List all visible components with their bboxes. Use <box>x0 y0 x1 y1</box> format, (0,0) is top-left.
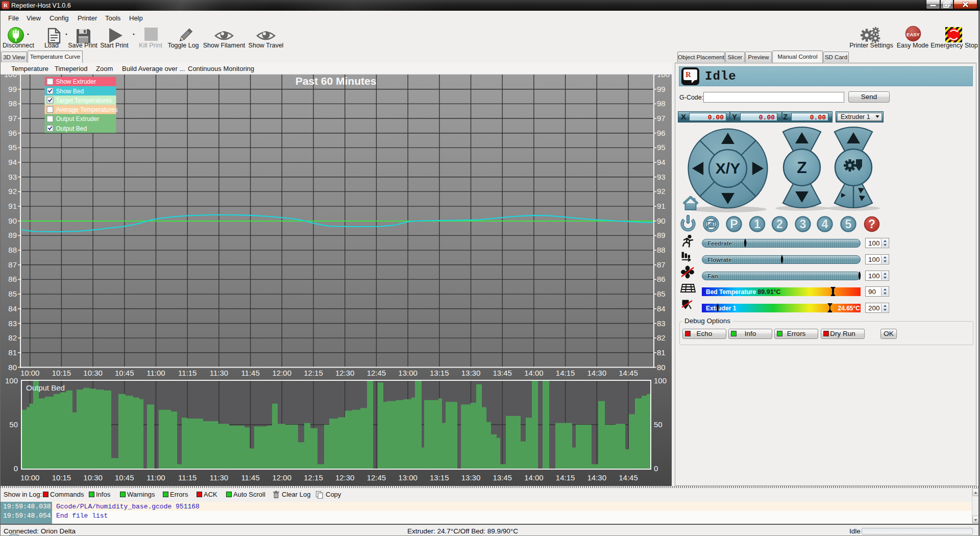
svg-text:99: 99 <box>8 85 17 93</box>
svg-text:83: 83 <box>8 319 17 328</box>
svg-text:10:30: 10:30 <box>83 369 103 377</box>
svg-text:2: 2 <box>776 217 783 231</box>
svg-text:12:00: 12:00 <box>273 473 292 482</box>
svg-text:80: 80 <box>8 363 17 372</box>
svg-text:Show Bed: Show Bed <box>56 88 84 95</box>
svg-text:11:30: 11:30 <box>210 369 228 377</box>
svg-text:88: 88 <box>8 246 17 254</box>
svg-text:Average Temperatures: Average Temperatures <box>56 106 118 113</box>
svg-text:98: 98 <box>657 99 666 108</box>
svg-text:96: 96 <box>657 129 666 137</box>
svg-text:91: 91 <box>8 202 17 210</box>
svg-text:94: 94 <box>8 158 17 166</box>
svg-text:83: 83 <box>657 319 666 328</box>
svg-text:86: 86 <box>657 275 666 283</box>
svg-text:Target Temperatures: Target Temperatures <box>56 97 112 104</box>
svg-text:Output Bed: Output Bed <box>26 383 65 392</box>
svg-text:100: 100 <box>4 75 17 79</box>
svg-text:50: 50 <box>9 420 18 429</box>
svg-text:14:00: 14:00 <box>524 473 544 482</box>
svg-text:86: 86 <box>8 275 17 283</box>
svg-text:100: 100 <box>654 376 667 385</box>
svg-text:14:45: 14:45 <box>619 473 638 482</box>
svg-text:87: 87 <box>8 260 17 269</box>
svg-text:85: 85 <box>657 289 666 298</box>
svg-text:13:30: 13:30 <box>461 473 481 482</box>
svg-text:12:00: 12:00 <box>273 369 292 377</box>
svg-text:10:00: 10:00 <box>20 473 40 482</box>
svg-text:93: 93 <box>8 173 17 181</box>
svg-text:95: 95 <box>8 143 17 152</box>
svg-text:85: 85 <box>8 289 17 298</box>
svg-text:11:00: 11:00 <box>146 473 165 482</box>
svg-text:14:30: 14:30 <box>587 369 607 377</box>
svg-text:96: 96 <box>8 129 17 137</box>
svg-text:0: 0 <box>14 464 18 473</box>
svg-text:14:45: 14:45 <box>619 369 638 377</box>
svg-text:84: 84 <box>657 304 666 313</box>
svg-text:Z: Z <box>797 158 807 177</box>
svg-text:4: 4 <box>822 217 828 231</box>
svg-text:92: 92 <box>8 187 17 196</box>
svg-text:3: 3 <box>800 217 806 231</box>
svg-text:11:15: 11:15 <box>178 369 197 377</box>
svg-text:88: 88 <box>657 246 666 254</box>
svg-text:12:30: 12:30 <box>335 473 355 482</box>
svg-text:92: 92 <box>657 187 666 196</box>
svg-text:12:15: 12:15 <box>304 473 323 482</box>
svg-text:Past 60 Minutes: Past 60 Minutes <box>296 75 377 87</box>
svg-text:Output Bed: Output Bed <box>56 125 87 132</box>
svg-text:14:15: 14:15 <box>556 473 575 482</box>
svg-text:97: 97 <box>657 114 666 123</box>
svg-text:81: 81 <box>657 348 666 357</box>
svg-text:10:15: 10:15 <box>52 473 71 482</box>
svg-text:81: 81 <box>8 348 17 357</box>
svg-text:89: 89 <box>657 231 666 239</box>
svg-text:EASY: EASY <box>906 32 920 37</box>
svg-text:13:45: 13:45 <box>493 473 512 482</box>
svg-text:95: 95 <box>657 143 666 152</box>
svg-text:11:45: 11:45 <box>241 369 259 377</box>
svg-text:12:30: 12:30 <box>335 369 355 377</box>
svg-text:94: 94 <box>657 158 666 166</box>
svg-text:50: 50 <box>654 420 663 429</box>
svg-text:100: 100 <box>657 75 670 79</box>
svg-text:100: 100 <box>5 376 18 385</box>
svg-text:0: 0 <box>654 464 658 473</box>
svg-text:89: 89 <box>8 231 17 239</box>
svg-text:11:30: 11:30 <box>210 473 228 482</box>
svg-text:13:30: 13:30 <box>461 369 481 377</box>
svg-text:10:45: 10:45 <box>115 473 134 482</box>
svg-text:Output Extruder: Output Extruder <box>56 115 100 123</box>
svg-text:P: P <box>730 217 738 231</box>
svg-text:12:15: 12:15 <box>304 369 323 377</box>
svg-text:5: 5 <box>845 217 852 231</box>
svg-text:14:30: 14:30 <box>587 473 607 482</box>
svg-text:12:45: 12:45 <box>367 369 386 377</box>
svg-text:10:00: 10:00 <box>20 369 40 377</box>
svg-text:11:00: 11:00 <box>146 369 165 377</box>
svg-text:?: ? <box>868 217 875 231</box>
svg-text:12:45: 12:45 <box>367 473 386 482</box>
svg-text:87: 87 <box>657 260 666 269</box>
svg-text:14:00: 14:00 <box>524 369 544 377</box>
svg-text:13:45: 13:45 <box>493 369 512 377</box>
svg-text:90: 90 <box>657 216 666 225</box>
svg-text:10:30: 10:30 <box>83 473 103 482</box>
svg-text:84: 84 <box>8 304 17 313</box>
svg-text:82: 82 <box>657 333 666 342</box>
svg-text:80: 80 <box>657 363 666 372</box>
svg-text:13:15: 13:15 <box>430 369 449 377</box>
svg-text:82: 82 <box>8 333 17 342</box>
svg-text:14:15: 14:15 <box>556 369 575 377</box>
svg-text:99: 99 <box>657 85 666 93</box>
svg-text:11:45: 11:45 <box>241 473 259 482</box>
svg-text:Show Extruder: Show Extruder <box>56 78 96 85</box>
svg-text:91: 91 <box>657 202 666 210</box>
svg-text:13:00: 13:00 <box>398 369 418 377</box>
svg-text:1: 1 <box>754 217 761 231</box>
svg-text:11:15: 11:15 <box>178 473 197 482</box>
svg-text:93: 93 <box>657 173 666 181</box>
svg-text:10:45: 10:45 <box>115 369 134 377</box>
svg-text:13:15: 13:15 <box>430 473 449 482</box>
